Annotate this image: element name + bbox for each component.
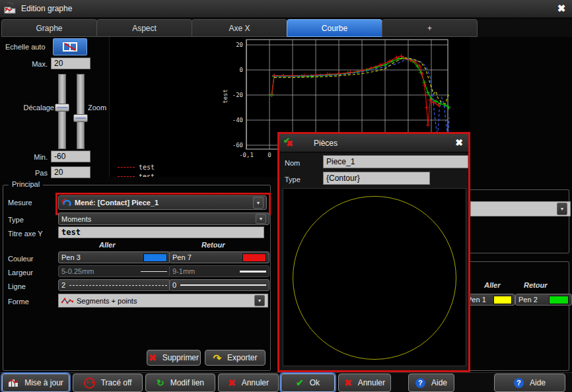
auto-scale-icon <box>62 42 78 52</box>
right-retour-header: Retour <box>524 281 547 289</box>
forme-dropdown-icon[interactable]: ▼ <box>254 295 265 306</box>
delete-icon: ✖ <box>149 353 157 362</box>
right-group-1 <box>462 189 569 253</box>
segments-points-icon <box>61 297 73 305</box>
measure-icon <box>61 198 72 207</box>
modif-lien-button[interactable]: ↻ Modif lien <box>145 374 215 392</box>
legend-entry-1: test <box>118 164 155 171</box>
pieces-app-icon: ✔ ✖ <box>283 138 295 148</box>
right-dropdown-icon[interactable]: ▼ <box>557 203 567 215</box>
pieces-title: Pièces <box>314 139 338 148</box>
couleur-label: Couleur <box>8 255 34 263</box>
mise-a-jour-button[interactable]: Mise à jour <box>2 374 69 392</box>
annuler-main-label: Annuler <box>242 378 269 387</box>
aide-pieces-icon: ? <box>415 378 425 388</box>
retour-header: Retour <box>201 241 225 249</box>
trace-off-button[interactable]: Tracé off <box>73 374 143 392</box>
zoom-slider-handle[interactable] <box>73 114 88 122</box>
supprimer-label: Supprimer <box>162 353 199 362</box>
couleur-aller-value: Pen 3 <box>61 253 81 261</box>
annuler-pieces-button[interactable]: ✖ Annuler <box>338 374 391 392</box>
zoom-slider[interactable] <box>77 74 85 149</box>
legend-sample-2 <box>118 176 135 177</box>
forme-combobox[interactable]: Segments + points ▼ <box>58 294 268 308</box>
offset-slider[interactable] <box>58 74 66 149</box>
pas-input[interactable]: 20 <box>51 166 90 178</box>
pen1-swatch <box>493 296 512 304</box>
couleur-retour-combobox[interactable]: Pen 7 <box>169 251 269 263</box>
mesure-dropdown-icon[interactable]: ▼ <box>253 197 264 209</box>
trace-off-icon <box>84 377 95 389</box>
nom-input[interactable]: Piece_1 <box>323 155 468 168</box>
ligne-retour-combobox[interactable]: 0 <box>169 279 269 291</box>
export-icon: ↷ <box>213 353 222 363</box>
type-dropdown-icon[interactable]: ▼ <box>256 214 266 224</box>
annuler-pieces-label: Annuler <box>358 378 385 387</box>
largeur-aller-combobox[interactable]: 5-0.25mm <box>58 265 170 277</box>
pen2-value: Pen 2 <box>518 296 538 304</box>
ligne-aller-value: 2 <box>61 281 65 289</box>
pas-label: Pas <box>26 169 48 177</box>
annuler-main-button[interactable]: ✖ Annuler <box>218 374 279 392</box>
ligne-aller-combobox[interactable]: 2 <box>58 279 170 291</box>
mesure-label: Mesure <box>8 199 32 207</box>
svg-text:-20: -20 <box>232 92 243 98</box>
pen1-combobox[interactable]: Pen 1 <box>464 294 515 306</box>
ok-button[interactable]: ✔ Ok <box>281 374 335 392</box>
offset-slider-handle[interactable] <box>55 104 69 112</box>
supprimer-button[interactable]: ✖ Supprimer <box>147 350 201 366</box>
type-combobox[interactable]: Moments ▼ <box>58 212 269 225</box>
piece-contour-circle <box>293 196 456 360</box>
aide-main-button[interactable]: ? Aide <box>494 374 565 392</box>
aide-pieces-button[interactable]: ? Aide <box>408 374 454 392</box>
exporter-label: Exporter <box>227 353 257 362</box>
aide-main-label: Aide <box>530 378 546 387</box>
couleur-aller-combobox[interactable]: Pen 3 <box>58 251 170 263</box>
couleur-retour-swatch <box>242 253 266 262</box>
forme-label: Forme <box>8 298 29 306</box>
min-label: Min. <box>26 153 48 161</box>
ligne-aller-sample <box>69 285 167 286</box>
svg-text:test: test <box>222 89 229 104</box>
min-input[interactable]: -60 <box>51 150 90 162</box>
svg-text:0: 0 <box>240 67 243 73</box>
largeur-label: Largeur <box>8 269 33 277</box>
title-bar: Edition graphe ✖ <box>0 0 572 18</box>
tab-graphe[interactable]: Graphe <box>1 19 97 37</box>
pieces-type-label: Type <box>285 176 301 183</box>
largeur-aller-value: 5-0.25mm <box>61 267 94 275</box>
mesure-combobox[interactable]: Mené: [Contact] Piece_1 ▼ <box>58 195 267 210</box>
echelle-auto-button[interactable] <box>53 38 87 55</box>
svg-text:-60: -60 <box>232 142 243 148</box>
legend-sample-retour <box>118 167 135 168</box>
type-label: Type <box>8 216 24 224</box>
legend-label-1: test <box>139 164 155 171</box>
mise-a-jour-label: Mise à jour <box>24 378 63 387</box>
largeur-retour-combobox[interactable]: 9-1mm <box>169 265 269 277</box>
tab-courbe[interactable]: Courbe <box>287 19 382 37</box>
max-input[interactable]: 20 <box>51 57 90 69</box>
trace-off-label: Tracé off <box>101 378 132 387</box>
couleur-aller-swatch <box>143 253 167 262</box>
aide-pieces-label: Aide <box>431 378 447 387</box>
forme-value: Segments + points <box>77 297 137 305</box>
pieces-type-input[interactable]: {Contour} <box>323 172 430 185</box>
tab-bar: Graphe Aspect Axe X Courbe + <box>0 18 572 37</box>
pieces-dialog: ✔ ✖ Pièces ✖ Nom Piece_1 Type {Contour} <box>277 132 470 372</box>
nom-label: Nom <box>285 159 300 167</box>
pieces-close-icon[interactable]: ✖ <box>452 136 466 149</box>
window-close-icon[interactable]: ✖ <box>555 2 568 15</box>
echelle-auto-label: Echelle auto <box>5 43 46 51</box>
pieces-title-bar: ✔ ✖ Pièces ✖ <box>279 134 468 152</box>
tab-aspect[interactable]: Aspect <box>96 19 192 37</box>
largeur-retour-sample <box>240 271 266 273</box>
right-combobox[interactable]: ▼ <box>470 201 571 216</box>
legend-entry-2: test <box>118 173 155 177</box>
tab-axe-x[interactable]: Axe X <box>192 19 287 37</box>
tab-plus[interactable]: + <box>382 19 478 37</box>
decalage-label: Décalage <box>5 104 54 112</box>
titre-axe-y-input[interactable]: test <box>58 226 264 238</box>
pen2-combobox[interactable]: Pen 2 <box>515 294 572 306</box>
exporter-button[interactable]: ↷ Exporter <box>205 350 266 366</box>
max-label: Max. <box>26 60 48 68</box>
